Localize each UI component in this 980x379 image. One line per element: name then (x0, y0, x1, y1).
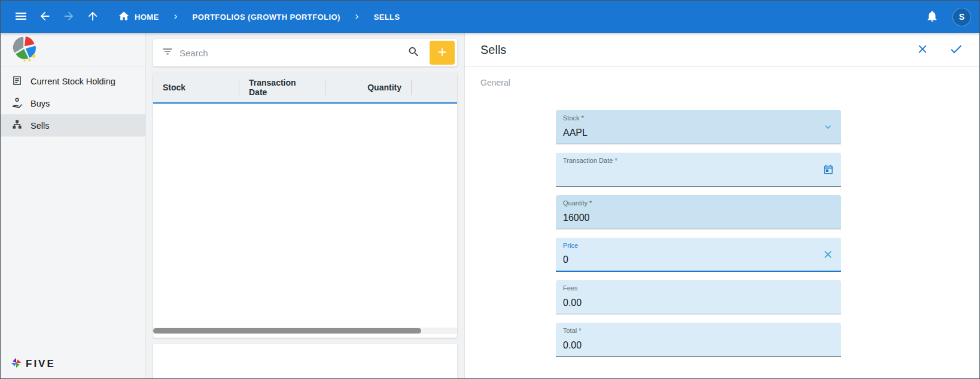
hamburger-icon (14, 9, 28, 25)
quantity-field-label: Quantity * (563, 199, 592, 207)
breadcrumb: HOME PORTFOLIOS (GROWTH PORTFOLIO) SELLS (118, 10, 400, 24)
search-bar (153, 39, 457, 66)
up-button[interactable] (81, 5, 105, 29)
hierarchy-icon (11, 119, 23, 132)
breadcrumb-home[interactable]: HOME (118, 10, 159, 24)
detail-header: Sells (465, 33, 979, 67)
price-field-label: Price (563, 242, 578, 249)
breadcrumb-current[interactable]: SELLS (374, 13, 400, 22)
fees-field-label: Fees (563, 284, 577, 292)
price-field[interactable]: Price 0 (556, 238, 841, 272)
arrow-up-icon (86, 10, 99, 25)
fees-field-value: 0.00 (563, 298, 582, 308)
chevron-right-icon (171, 12, 181, 22)
save-button[interactable] (948, 42, 964, 57)
close-icon (916, 43, 929, 57)
horizontal-scrollbar[interactable] (153, 328, 457, 334)
list-panel: Stock Transaction Date Quantity (146, 33, 464, 378)
detail-actions (915, 42, 964, 57)
sidebar-item-label: Buys (31, 99, 50, 108)
app-window: HOME PORTFOLIOS (GROWTH PORTFOLIO) SELLS… (0, 0, 980, 379)
quantity-field-value: 16000 (563, 213, 590, 223)
sidebar-item-current-stock-holding[interactable]: Current Stock Holding (1, 70, 145, 92)
column-header-transaction-date[interactable]: Transaction Date (239, 78, 325, 97)
arrow-left-icon (38, 10, 51, 25)
search-input[interactable] (179, 48, 401, 58)
check-icon (949, 42, 963, 58)
stock-field-value: AAPL (563, 128, 588, 138)
detail-panel: Sells General Stock * AAPL (464, 33, 979, 378)
total-field-label: Total * (563, 327, 582, 334)
app-logo (1, 33, 145, 66)
column-header-quantity[interactable]: Quantity (325, 83, 411, 92)
transaction-date-field-label: Transaction Date * (563, 157, 617, 164)
detail-body: General Stock * AAPL Transaction Date * … (465, 67, 979, 378)
sidebar-item-buys[interactable]: Buys (1, 92, 145, 114)
brand-text: FIVE (26, 358, 56, 370)
breadcrumb-portfolios[interactable]: PORTFOLIOS (GROWTH PORTFOLIO) (193, 13, 340, 22)
close-button[interactable] (915, 42, 930, 57)
hand-coin-icon (11, 97, 23, 110)
sells-form: Stock * AAPL Transaction Date * Quantity… (556, 110, 841, 357)
pinwheel-icon (10, 357, 22, 371)
records-table: Stock Transaction Date Quantity (153, 72, 457, 338)
sidebar-menu: Current Stock Holding Buys Sells (1, 66, 145, 137)
chevron-down-icon[interactable] (822, 121, 834, 133)
column-divider (411, 80, 412, 95)
plus-icon (436, 46, 449, 60)
back-button[interactable] (33, 5, 57, 29)
breadcrumb-portfolios-label: PORTFOLIOS (GROWTH PORTFOLIO) (193, 13, 340, 22)
sidebar-item-sells[interactable]: Sells (1, 114, 145, 137)
search-icon[interactable] (407, 46, 420, 60)
total-field[interactable]: Total * 0.00 (556, 323, 841, 357)
notifications-button[interactable] (920, 5, 944, 29)
detail-title: Sells (480, 43, 506, 57)
sidebar-item-label: Current Stock Holding (31, 77, 115, 86)
clear-icon[interactable] (822, 248, 834, 260)
transaction-date-field[interactable]: Transaction Date * (556, 153, 841, 187)
table-header-row: Stock Transaction Date Quantity (153, 72, 457, 104)
total-field-value: 0.00 (563, 340, 582, 351)
holdings-list-icon (11, 75, 23, 88)
fees-field[interactable]: Fees 0.00 (556, 280, 841, 314)
avatar-initial: S (959, 12, 964, 22)
arrow-right-icon (62, 10, 75, 25)
bell-icon (926, 10, 939, 25)
five-brand-logo: FIVE (10, 357, 56, 371)
column-header-stock[interactable]: Stock (153, 83, 239, 92)
sidebar-item-label: Sells (31, 121, 49, 131)
breadcrumb-home-label: HOME (135, 13, 159, 22)
stock-field-label: Stock * (563, 114, 584, 122)
filter-icon (162, 46, 174, 60)
stock-field[interactable]: Stock * AAPL (556, 110, 841, 144)
calendar-icon[interactable] (823, 164, 834, 175)
sidebar: Current Stock Holding Buys Sells (1, 33, 146, 378)
forward-button[interactable] (57, 5, 81, 29)
home-icon (118, 10, 130, 24)
table-footer (153, 344, 457, 378)
topbar: HOME PORTFOLIOS (GROWTH PORTFOLIO) SELLS… (1, 1, 979, 33)
pie-chart-logo-icon (11, 35, 38, 64)
breadcrumb-current-label: SELLS (374, 13, 400, 22)
quantity-field[interactable]: Quantity * 16000 (556, 195, 841, 229)
add-record-button[interactable] (430, 41, 455, 65)
main-area: Current Stock Holding Buys Sells (1, 33, 979, 378)
scrollbar-thumb[interactable] (153, 328, 421, 333)
menu-button[interactable] (9, 5, 33, 29)
avatar[interactable]: S (952, 8, 971, 26)
price-field-value: 0 (563, 254, 568, 265)
topbar-right: S (920, 5, 971, 29)
section-label-general: General (480, 78, 964, 87)
chevron-right-icon (352, 12, 362, 22)
table-body-empty (153, 104, 457, 328)
